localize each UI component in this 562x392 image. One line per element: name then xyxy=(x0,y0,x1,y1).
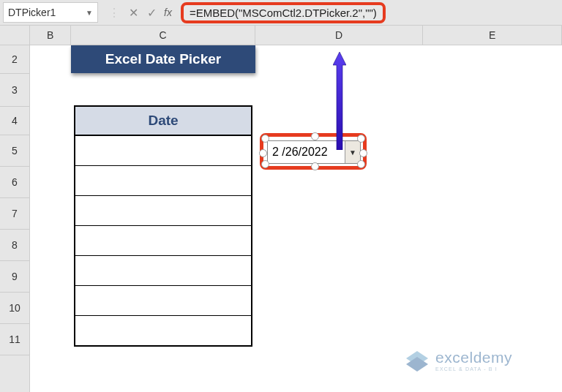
resize-handle[interactable] xyxy=(311,132,319,140)
row-header-8[interactable]: 8 xyxy=(0,230,29,261)
row-header-2[interactable]: 2 xyxy=(0,45,29,74)
dtpicker-control[interactable]: 2 /26/2022 ▼ xyxy=(263,136,364,167)
dtpicker-dropdown-button[interactable]: ▼ xyxy=(345,141,360,163)
row-header-4[interactable]: 4 xyxy=(0,107,29,135)
select-all-corner[interactable] xyxy=(0,26,30,45)
table-row[interactable] xyxy=(74,166,252,196)
name-box-value: DTPicker1 xyxy=(8,7,56,18)
row-header-5[interactable]: 5 xyxy=(0,135,29,167)
cells-area[interactable]: Excel Date Picker Date 2 /26/2022 ▼ xyxy=(30,45,562,392)
row-header-11[interactable]: 11 xyxy=(0,324,29,355)
resize-handle[interactable] xyxy=(357,160,365,168)
date-table-header: Date xyxy=(74,105,252,136)
watermark-title: exceldemy xyxy=(435,350,512,365)
formula-input[interactable]: =EMBED("MSComCtl2.DTPicker.2","") xyxy=(181,2,386,23)
row-header-10[interactable]: 10 xyxy=(0,293,29,324)
table-row[interactable] xyxy=(74,196,252,226)
fx-label[interactable]: fx xyxy=(162,7,176,18)
table-row[interactable] xyxy=(74,256,252,286)
watermark: exceldemy EXCEL & DATA - B I xyxy=(405,350,512,372)
row-header-9[interactable]: 9 xyxy=(0,261,29,293)
title-banner: Excel Date Picker xyxy=(71,45,255,73)
name-box[interactable]: DTPicker1 ▼ xyxy=(3,2,98,23)
watermark-logo-icon xyxy=(405,350,430,372)
row-header-6[interactable]: 6 xyxy=(0,167,29,198)
table-row[interactable] xyxy=(74,316,252,347)
dtpicker-value: 2 /26/2022 xyxy=(268,146,345,159)
date-table: Date xyxy=(74,105,252,347)
column-headers: B C D E xyxy=(0,26,562,45)
dtpicker-box[interactable]: 2 /26/2022 ▼ xyxy=(267,140,361,164)
table-row[interactable] xyxy=(74,226,252,256)
table-row[interactable] xyxy=(74,286,252,316)
row-headers: 2 3 4 5 6 7 8 9 10 11 xyxy=(0,45,30,392)
formula-text: =EMBED("MSComCtl2.DTPicker.2","") xyxy=(181,2,386,23)
resize-handle[interactable] xyxy=(259,149,267,157)
col-header-D[interactable]: D xyxy=(255,26,424,45)
table-row[interactable] xyxy=(74,136,252,166)
formula-bar: DTPicker1 ▼ ⋮ ✕ ✓ fx =EMBED("MSComCtl2.D… xyxy=(0,0,562,26)
cancel-icon[interactable]: ✕ xyxy=(129,6,138,20)
resize-handle[interactable] xyxy=(359,149,367,157)
spreadsheet-grid: B C D E 2 3 4 5 6 7 8 9 10 11 Excel Date… xyxy=(0,26,562,392)
row-header-7[interactable]: 7 xyxy=(0,198,29,230)
col-header-B[interactable]: B xyxy=(30,26,72,45)
separator-icon: ⋮ xyxy=(108,6,120,20)
formula-bar-controls: ⋮ ✕ ✓ xyxy=(98,6,162,20)
resize-handle[interactable] xyxy=(311,162,319,170)
resize-handle[interactable] xyxy=(357,135,365,143)
col-header-C[interactable]: C xyxy=(71,26,255,45)
watermark-subtitle: EXCEL & DATA - B I xyxy=(435,366,512,372)
name-box-dropdown-icon[interactable]: ▼ xyxy=(86,9,93,16)
resize-handle[interactable] xyxy=(261,135,269,143)
confirm-icon[interactable]: ✓ xyxy=(147,6,157,20)
resize-handle[interactable] xyxy=(261,160,269,168)
row-header-3[interactable]: 3 xyxy=(0,74,29,107)
col-header-E[interactable]: E xyxy=(423,26,562,45)
